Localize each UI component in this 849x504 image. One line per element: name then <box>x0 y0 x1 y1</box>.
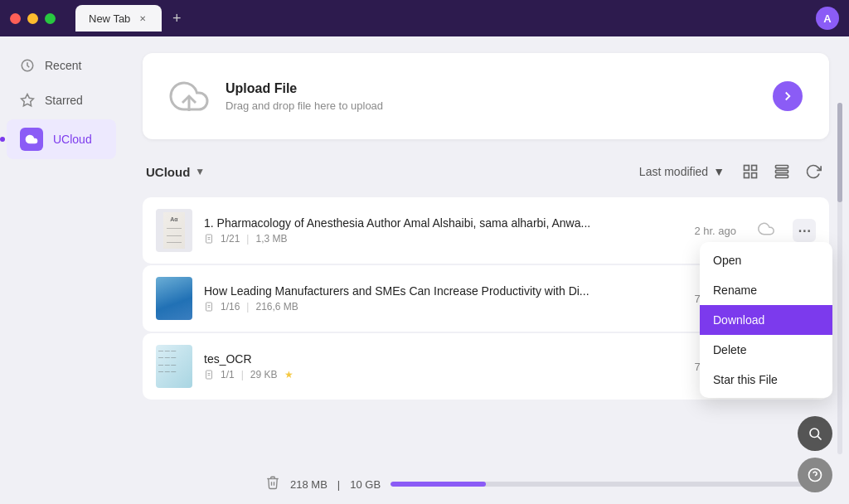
scrollbar-thumb[interactable] <box>837 103 842 202</box>
upload-card: Upload File Drag and drop file here to u… <box>143 53 829 139</box>
file-thumbnail: Aα ————————— <box>156 209 192 252</box>
storage-used: 218 MB <box>290 478 327 491</box>
ucloud-icon <box>20 128 43 151</box>
sidebar-item-ucloud[interactable]: UCloud <box>7 119 116 159</box>
svg-line-20 <box>817 436 821 439</box>
file-size: 216,6 MB <box>255 301 298 313</box>
search-fab-button[interactable] <box>798 416 832 451</box>
cloud-sync-icon <box>758 220 774 241</box>
file-pages: 1/21 <box>221 233 240 245</box>
active-indicator <box>0 137 5 142</box>
upload-cloud-icon <box>169 76 209 116</box>
more-options-button[interactable]: ⋯ <box>793 219 816 242</box>
maximize-button[interactable] <box>45 13 56 24</box>
file-info: 1. Pharmacology of Anesthesia Author Ama… <box>204 216 682 245</box>
sort-button[interactable]: Last modified ▼ <box>639 165 725 178</box>
storage-progress-fill <box>391 482 486 487</box>
sidebar-item-recent[interactable]: Recent <box>7 50 116 81</box>
list-view-button[interactable] <box>769 159 794 184</box>
scrollbar[interactable] <box>837 103 842 454</box>
file-meta: 1/1 | 29 KB ★ <box>204 369 682 380</box>
context-menu-open[interactable]: Open <box>700 245 832 275</box>
clock-icon <box>20 58 35 73</box>
upload-text: Upload File Drag and drop file here to u… <box>226 81 383 112</box>
svg-rect-6 <box>752 173 757 178</box>
svg-rect-4 <box>752 166 757 171</box>
folder-name: UCloud <box>146 165 190 179</box>
storage-total: 10 GB <box>350 478 381 491</box>
avatar[interactable]: A <box>816 7 839 30</box>
view-buttons <box>738 159 794 184</box>
file-time: 2 hr. ago <box>694 225 736 237</box>
upload-button[interactable] <box>773 81 803 111</box>
sort-label: Last modified <box>639 165 708 178</box>
refresh-button[interactable] <box>801 159 826 184</box>
file-meta: 1/16 | 216,6 MB <box>204 301 682 313</box>
file-thumbnail <box>156 277 192 320</box>
upload-title: Upload File <box>226 81 383 96</box>
svg-rect-8 <box>776 170 788 172</box>
main-panel: Upload File Drag and drop file here to u… <box>123 36 849 504</box>
folder-dropdown[interactable]: UCloud ▼ <box>146 165 205 179</box>
svg-rect-3 <box>745 166 750 171</box>
file-info: tes_OCR 1/1 | 29 KB ★ <box>204 352 682 380</box>
grid-view-button[interactable] <box>738 159 763 184</box>
context-menu-download[interactable]: Download <box>700 305 832 335</box>
file-name: 1. Pharmacology of Anesthesia Author Ama… <box>204 216 682 230</box>
minimize-button[interactable] <box>27 13 38 24</box>
window-controls <box>10 13 56 24</box>
tab-close-icon[interactable]: ✕ <box>137 12 148 24</box>
svg-marker-1 <box>22 94 34 106</box>
tab-new-tab[interactable]: New Tab ✕ <box>75 5 162 32</box>
storage-bar: 218 MB | 10 GB <box>245 464 849 504</box>
file-list-header: UCloud ▼ Last modified ▼ <box>143 159 829 184</box>
file-thumbnail: — — —— — —— — —— — — <box>156 345 192 388</box>
svg-rect-7 <box>776 166 788 168</box>
app-body: Recent Starred UCloud <box>0 36 849 504</box>
context-menu-star[interactable]: Star this File <box>700 365 832 395</box>
sidebar-item-starred[interactable]: Starred <box>7 85 116 116</box>
context-menu-rename[interactable]: Rename <box>700 275 832 305</box>
upload-subtitle: Drag and drop file here to upload <box>226 99 383 112</box>
sidebar-item-label: UCloud <box>53 133 92 146</box>
svg-rect-5 <box>745 173 750 178</box>
storage-progress-bar <box>391 482 829 487</box>
file-meta: 1/21 | 1,3 MB <box>204 233 682 245</box>
trash-icon <box>265 475 280 493</box>
storage-separator: | <box>337 478 340 491</box>
chevron-down-icon: ▼ <box>195 166 205 177</box>
svg-rect-9 <box>776 175 788 177</box>
sidebar-item-label: Starred <box>45 94 83 107</box>
file-pages: 1/1 <box>221 369 235 380</box>
star-filled-icon: ★ <box>284 369 294 380</box>
close-button[interactable] <box>10 13 21 24</box>
help-fab-button[interactable] <box>798 458 832 492</box>
file-name: How Leading Manufacturers and SMEs Can I… <box>204 284 682 298</box>
tab-bar: New Tab ✕ + <box>75 5 816 32</box>
new-tab-button[interactable]: + <box>165 7 188 30</box>
sidebar: Recent Starred UCloud <box>0 36 123 504</box>
sidebar-item-label: Recent <box>45 59 81 72</box>
titlebar: New Tab ✕ + A <box>0 0 849 36</box>
star-icon <box>20 93 35 108</box>
svg-point-19 <box>810 429 819 438</box>
context-menu-delete[interactable]: Delete <box>700 335 832 365</box>
sort-arrow-icon: ▼ <box>713 165 725 178</box>
file-name: tes_OCR <box>204 352 682 366</box>
file-size: 29 KB <box>250 369 278 380</box>
tab-label: New Tab <box>89 12 130 25</box>
file-info: How Leading Manufacturers and SMEs Can I… <box>204 284 682 313</box>
file-pages: 1/16 <box>221 301 240 313</box>
file-size: 1,3 MB <box>255 233 287 245</box>
context-menu: Open Rename Download Delete Star this Fi… <box>700 242 832 398</box>
